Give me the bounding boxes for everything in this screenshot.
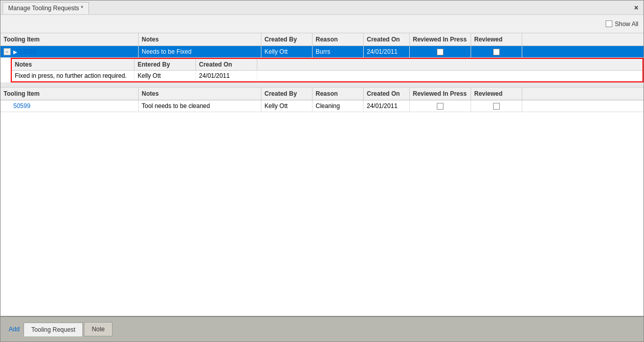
col-header-notes-2: Notes xyxy=(139,88,261,100)
cell-reviewed-in-press-2 xyxy=(410,100,471,112)
cell-notes-1: Needs to be Fixed xyxy=(139,46,261,57)
sub-cell-entered-by-1: Kelly Ott xyxy=(135,71,196,81)
col-header-reviewed-in-press: Reviewed In Press xyxy=(410,33,471,46)
cell-reviewed-in-press-1 xyxy=(410,46,471,57)
add-button[interactable]: Add xyxy=(5,324,24,335)
reviewed-checkbox-1[interactable] xyxy=(493,49,500,55)
close-button[interactable]: × xyxy=(631,4,641,12)
toolbar: Show All xyxy=(1,15,643,33)
sub-col-entered-by: Entered By xyxy=(135,59,196,70)
collapse-button[interactable]: − xyxy=(4,48,11,55)
main-window: Manage Tooling Requests * × Show All Too… xyxy=(0,0,644,342)
cell-tooling-item-1: − ▶ 13015 xyxy=(1,46,139,57)
sub-grid-row: Fixed in press, no further action requir… xyxy=(12,71,642,81)
sub-col-notes: Notes xyxy=(12,59,135,70)
content-area: Tooling Item Notes Created By Reason Cre… xyxy=(1,33,643,316)
tab-tooling-request[interactable]: Tooling Request xyxy=(24,323,83,336)
col-header-reason-2: Reason xyxy=(313,88,364,100)
show-all-checkbox[interactable] xyxy=(606,20,612,27)
sub-grid-header: Notes Entered By Created On xyxy=(12,59,642,71)
main-grid-section-2: Tooling Item Notes Created By Reason Cre… xyxy=(1,88,643,112)
cell-reviewed-2 xyxy=(471,100,522,112)
cell-tooling-item-2: 50599 xyxy=(1,100,139,112)
col-header-tooling-item: Tooling Item xyxy=(1,33,139,46)
col-header-created-on: Created On xyxy=(364,33,410,46)
sub-grid-wrapper: Notes Entered By Created On Fixed in pre… xyxy=(11,58,643,82)
main-grid-header-1: Tooling Item Notes Created By Reason Cre… xyxy=(1,33,643,46)
col-header-created-on-2: Created On xyxy=(364,88,410,100)
col-header-created-by: Created By xyxy=(261,33,313,46)
sub-col-created-on: Created On xyxy=(196,59,257,70)
cell-notes-2: Tool needs to be cleaned xyxy=(139,100,261,112)
col-header-reviewed-in-press-2: Reviewed In Press xyxy=(410,88,471,100)
cell-reason-1: Burrs xyxy=(313,46,364,57)
col-header-reason: Reason xyxy=(313,33,364,46)
reviewed-checkbox-2[interactable] xyxy=(493,103,500,110)
section-separator xyxy=(1,82,643,88)
show-all-text: Show All xyxy=(615,20,638,28)
sub-cell-notes-1: Fixed in press, no further action requir… xyxy=(12,71,135,81)
cell-created-on-2: 24/01/2011 xyxy=(364,100,410,112)
window-title: Manage Tooling Requests xyxy=(8,5,79,12)
main-grid-header-2: Tooling Item Notes Created By Reason Cre… xyxy=(1,88,643,100)
table-row[interactable]: − ▶ 13015 Needs to be Fixed Kelly Ott Bu… xyxy=(1,46,643,58)
table-row[interactable]: 50599 Tool needs to be cleaned Kelly Ott… xyxy=(1,100,643,112)
show-all-label: Show All xyxy=(606,20,638,28)
cell-reviewed-1 xyxy=(471,46,522,57)
cell-created-by-1: Kelly Ott xyxy=(261,46,313,57)
cell-created-by-2: Kelly Ott xyxy=(261,100,313,112)
title-bar: Manage Tooling Requests * × xyxy=(1,1,643,15)
tooling-item-link[interactable]: 13015 xyxy=(19,48,36,55)
cell-created-on-1: 24/01/2011 xyxy=(364,46,410,57)
cell-reason-2: Cleaning xyxy=(313,100,364,112)
reviewed-in-press-checkbox-1[interactable] xyxy=(437,49,443,55)
col-header-reviewed: Reviewed xyxy=(471,33,522,46)
col-header-tooling-item-2: Tooling Item xyxy=(1,88,139,100)
main-grid-section-1: Tooling Item Notes Created By Reason Cre… xyxy=(1,33,643,82)
reviewed-in-press-checkbox-2[interactable] xyxy=(437,103,443,110)
col-header-created-by-2: Created By xyxy=(261,88,313,100)
col-header-reviewed-2: Reviewed xyxy=(471,88,522,100)
tooling-item-link-2[interactable]: 50599 xyxy=(13,102,30,110)
sub-cell-created-on-1: 24/01/2011 xyxy=(196,71,257,81)
col-header-notes: Notes xyxy=(139,33,261,46)
tab-note[interactable]: Note xyxy=(84,322,112,336)
title-tab: Manage Tooling Requests * xyxy=(3,2,89,14)
footer: Add Tooling Request Note xyxy=(1,316,643,341)
